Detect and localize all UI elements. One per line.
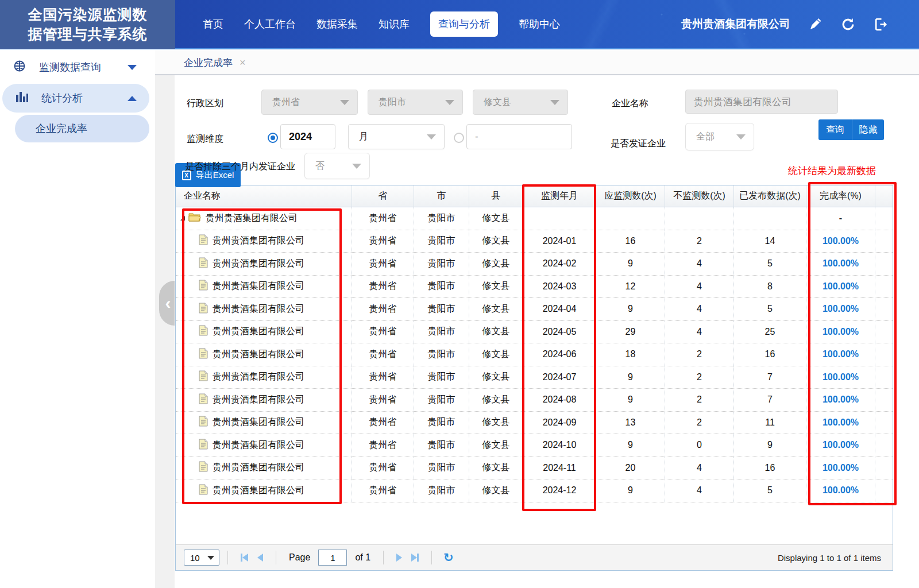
due-value: 18 [625, 349, 636, 359]
edit-pencil-icon[interactable] [809, 17, 823, 31]
column-header-province[interactable]: 省 [352, 185, 414, 207]
column-header-filler [875, 185, 893, 207]
province-value: 贵州省 [369, 349, 397, 361]
last-page-button[interactable] [411, 554, 419, 562]
column-header-city[interactable]: 市 [414, 185, 469, 207]
cell-published: 8 [734, 276, 806, 298]
rate-dash: - [839, 213, 842, 223]
cell-published: 14 [734, 230, 806, 253]
reload-icon[interactable]: ↻ [443, 551, 454, 564]
month-value: 2024-02 [543, 258, 577, 269]
province-value: 贵州省 [369, 462, 397, 474]
results-table-panel: 企业名称省市县监测年月应监测数(次)不监测数(次)已发布数据(次)完成率(%) … [175, 185, 893, 571]
query-button[interactable]: 查询 [818, 119, 852, 140]
not_monitored-value: 2 [697, 236, 702, 246]
cell-published: 5 [734, 298, 806, 320]
cell-due: 9 [596, 434, 665, 457]
table-row: 贵州贵酒集团有限公司贵州省贵阳市修文县2024-02945100.00% [176, 253, 893, 276]
document-icon [199, 439, 208, 452]
cell-county: 修文县 [469, 457, 523, 479]
cell-published: 11 [734, 412, 806, 434]
nav-item-2[interactable]: 数据采集 [316, 17, 358, 31]
cell-not_monitored: 4 [665, 298, 734, 320]
sidebar-item-monitoring-data-query[interactable]: 监测数据查询 [0, 53, 149, 82]
cell-province: 贵州省 [352, 457, 414, 479]
cell-province: 贵州省 [352, 207, 414, 230]
column-header-county[interactable]: 县 [469, 185, 523, 207]
chevron-down-icon [427, 134, 436, 140]
cell-not_monitored: 2 [665, 343, 734, 366]
nav-item-0[interactable]: 首页 [203, 17, 223, 31]
cell-name: 贵州贵酒集团有限公司 [176, 230, 352, 253]
cell-due: 20 [596, 457, 665, 479]
cell-filler [875, 343, 893, 366]
year-month-radio[interactable] [268, 133, 278, 143]
page-number-input[interactable]: 1 [318, 550, 347, 566]
city-value: 贵阳市 [428, 303, 455, 315]
range-radio[interactable] [454, 133, 464, 143]
table-row: 贵州贵酒集团有限公司贵州省贵阳市修文县2024-031248100.00% [176, 276, 893, 299]
rate-value: 100.00% [823, 349, 859, 359]
period-select[interactable]: 月 [348, 124, 445, 149]
table-row: 贵州贵酒集团有限公司贵州省贵阳市修文县2024-0116214100.00% [176, 230, 893, 253]
license-label: 是否发证企业 [611, 138, 666, 150]
cell-city: 贵阳市 [414, 343, 469, 366]
tree-expander-icon[interactable] [180, 216, 185, 220]
sidebar-collapse-handle[interactable]: ‹ [159, 281, 175, 326]
due-value: 9 [628, 485, 633, 496]
hide-button[interactable]: 隐藏 [852, 119, 884, 140]
due-value: 9 [628, 372, 633, 382]
first-page-button[interactable] [241, 554, 248, 562]
published-value: 9 [767, 440, 773, 450]
cell-city: 贵阳市 [414, 230, 469, 253]
not_monitored-value: 4 [697, 463, 702, 473]
refresh-icon[interactable] [841, 17, 855, 32]
logout-icon[interactable] [874, 17, 888, 32]
page-size-select[interactable]: 10 [184, 550, 219, 566]
cell-not_monitored: 4 [665, 276, 734, 298]
company-label: 企业名称 [612, 98, 648, 110]
column-header-due[interactable]: 应监测数(次) [596, 185, 665, 207]
exclude-select[interactable]: 否 [304, 153, 370, 179]
year-input[interactable]: 2024 [280, 124, 335, 149]
prev-page-button[interactable] [257, 554, 263, 562]
cell-month: 2024-01 [523, 230, 596, 253]
column-header-not_monitored[interactable]: 不监测数(次) [665, 185, 734, 207]
nav-item-4[interactable]: 查询与分析 [430, 11, 498, 37]
cell-city: 贵阳市 [414, 321, 469, 343]
nav-item-3[interactable]: 知识库 [379, 17, 410, 31]
cell-city: 贵阳市 [414, 276, 469, 298]
app-root: 全国污染源监测数 据管理与共享系统 首页个人工作台数据采集知识库查询与分析帮助中… [0, 0, 919, 588]
cell-month: 2024-06 [523, 343, 596, 366]
logo-line-2: 据管理与共享系统 [28, 24, 148, 44]
nav-item-5[interactable]: 帮助中心 [519, 17, 560, 31]
table-row: 贵州贵酒集团有限公司贵州省贵阳市修文县2024-0913211100.00% [176, 412, 893, 435]
cell-month: 2024-08 [523, 389, 596, 411]
month-value: 2024-06 [543, 349, 577, 359]
cell-rate: 100.00% [806, 253, 875, 275]
range-input[interactable]: - [466, 124, 572, 149]
next-page-button[interactable] [396, 554, 402, 562]
cell-filler [875, 434, 893, 457]
nav-item-1[interactable]: 个人工作台 [244, 17, 296, 31]
city-value: 贵阳市 [428, 439, 455, 451]
column-header-published[interactable]: 已发布数据(次) [734, 185, 806, 207]
column-header-rate[interactable]: 完成率(%) [806, 185, 875, 207]
cell-city: 贵阳市 [414, 298, 469, 320]
sidebar-subitem-enterprise-completion-rate[interactable]: 企业完成率 [15, 115, 149, 142]
document-icon [199, 484, 208, 497]
province-value: 贵州省 [272, 96, 300, 109]
cell-due: 9 [596, 366, 665, 389]
city-value: 贵阳市 [428, 371, 455, 383]
tab-enterprise-completion-rate[interactable]: 企业完成率 × [184, 56, 246, 69]
column-header-name[interactable]: 企业名称 [176, 185, 352, 207]
table-row: 贵州贵酒集团有限公司贵州省贵阳市修文县2024-08927100.00% [176, 389, 893, 412]
document-icon [199, 416, 208, 429]
column-header-month[interactable]: 监测年月 [523, 185, 596, 207]
cell-filler [875, 230, 893, 253]
close-icon[interactable]: × [240, 57, 246, 69]
cell-month: 2024-04 [523, 298, 596, 320]
county-value: 修文县 [482, 212, 510, 225]
sidebar-item-statistics-analysis[interactable]: 统计分析 [2, 84, 149, 113]
license-select[interactable]: 全部 [685, 123, 754, 150]
